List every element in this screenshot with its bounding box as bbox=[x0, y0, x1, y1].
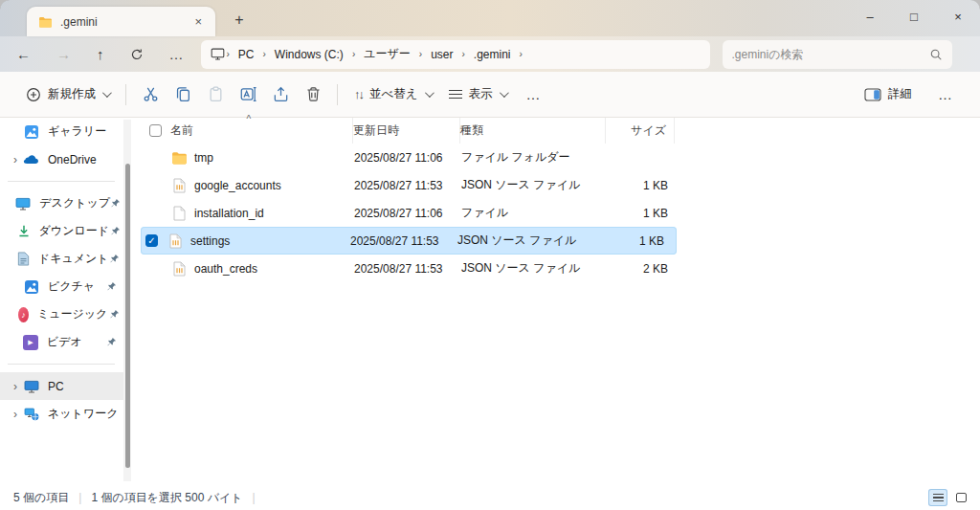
file-list: 名前 ^ 更新日時 種類 サイズ tmp 2025/08/27 11:06 ファ… bbox=[141, 118, 980, 485]
sidebar-item-onedrive[interactable]: › OneDrive bbox=[0, 145, 124, 173]
sidebar-scrollbar[interactable] bbox=[123, 120, 131, 481]
details-pane-icon bbox=[864, 88, 881, 101]
new-tab-button[interactable]: + bbox=[228, 11, 251, 29]
close-button[interactable]: × bbox=[936, 0, 980, 33]
sidebar-item-downloads[interactable]: ダウンロード bbox=[0, 217, 124, 245]
pin-icon bbox=[101, 337, 121, 347]
paste-button[interactable] bbox=[199, 81, 232, 107]
details-view-toggle[interactable] bbox=[928, 489, 947, 506]
cut-button[interactable] bbox=[134, 81, 167, 107]
view-lines-icon bbox=[449, 90, 462, 100]
sidebar-separator bbox=[8, 181, 115, 182]
status-right bbox=[928, 489, 980, 506]
sidebar-separator bbox=[8, 364, 115, 365]
minimize-button[interactable]: – bbox=[848, 0, 892, 33]
this-pc-icon[interactable] bbox=[211, 48, 225, 60]
toolbar-right-more-icon[interactable]: … bbox=[926, 86, 965, 102]
maximize-button[interactable]: □ bbox=[892, 0, 936, 33]
json-file-icon bbox=[170, 178, 188, 193]
file-name: google_accounts bbox=[194, 179, 354, 192]
toolbar-more-icon[interactable]: … bbox=[515, 86, 553, 102]
column-header-name[interactable]: 名前 ^ bbox=[141, 118, 353, 144]
back-icon[interactable]: ← bbox=[16, 47, 31, 61]
column-header-size[interactable]: サイズ bbox=[606, 118, 675, 144]
pin-icon bbox=[110, 198, 121, 209]
file-row-settings[interactable]: ✓ settings 2025/08/27 11:53 JSON ソース ファイ… bbox=[141, 227, 677, 255]
sidebar: ギャラリー › OneDrive デスクトップ bbox=[0, 118, 124, 485]
search-input[interactable] bbox=[732, 48, 929, 61]
column-header-date[interactable]: 更新日時 bbox=[353, 118, 460, 144]
nav-more-icon[interactable]: … bbox=[169, 47, 184, 61]
file-row-google-accounts[interactable]: google_accounts 2025/08/27 11:53 JSON ソー… bbox=[141, 171, 677, 199]
breadcrumb-item-pc[interactable]: PC bbox=[232, 48, 261, 61]
breadcrumb-item-windows-c[interactable]: Windows (C:) bbox=[268, 48, 350, 61]
command-bar: 新規作成 ↑↓ 並 bbox=[0, 72, 980, 118]
download-icon bbox=[17, 224, 31, 238]
breadcrumb[interactable]: › PC › Windows (C:) › ユーザー › user › .gem… bbox=[201, 40, 710, 69]
refresh-icon[interactable] bbox=[130, 48, 144, 61]
tab-title: .gemini bbox=[60, 15, 190, 29]
sidebar-item-pictures[interactable]: ピクチャ bbox=[0, 273, 124, 300]
file-row-installation-id[interactable]: installation_id 2025/08/27 11:06 ファイル 1 … bbox=[141, 199, 677, 227]
json-file-icon bbox=[167, 233, 184, 249]
document-icon bbox=[17, 252, 30, 266]
tab-gemini[interactable]: .gemini × bbox=[27, 7, 215, 36]
copy-button[interactable] bbox=[167, 81, 199, 107]
sort-button-label: 並べ替え bbox=[369, 86, 418, 102]
file-name: oauth_creds bbox=[194, 262, 354, 276]
row-checkbox-checked[interactable]: ✓ bbox=[145, 234, 158, 247]
chevron-down-icon bbox=[425, 88, 434, 98]
sort-arrows-icon: ↑↓ bbox=[354, 87, 363, 101]
desktop-icon bbox=[15, 197, 31, 211]
pin-icon bbox=[109, 226, 121, 236]
file-name: tmp bbox=[194, 151, 354, 165]
details-pane-button[interactable]: 詳細 bbox=[856, 80, 921, 108]
toolbar-divider bbox=[125, 84, 126, 105]
sidebar-item-music[interactable]: ♪ ミュージック bbox=[0, 300, 124, 328]
sidebar-item-gallery[interactable]: ギャラリー bbox=[0, 118, 124, 145]
file-row-oauth-creds[interactable]: oauth_creds 2025/08/27 11:53 JSON ソース ファ… bbox=[141, 255, 677, 282]
body: ギャラリー › OneDrive デスクトップ bbox=[0, 118, 980, 485]
delete-button[interactable] bbox=[297, 81, 329, 107]
share-button[interactable] bbox=[264, 81, 297, 107]
breadcrumb-item-user[interactable]: user bbox=[424, 48, 459, 61]
up-icon[interactable]: ↑ bbox=[97, 47, 104, 61]
rename-button[interactable] bbox=[232, 81, 264, 107]
sidebar-scrollbar-thumb[interactable] bbox=[125, 164, 130, 468]
window-controls: – □ × bbox=[848, 0, 980, 33]
sidebar-item-pc[interactable]: › PC bbox=[0, 372, 124, 400]
pin-icon bbox=[101, 281, 121, 292]
view-button[interactable]: 表示 bbox=[440, 80, 515, 108]
tab-close-icon[interactable]: × bbox=[190, 14, 206, 29]
file-date: 2025/08/27 11:06 bbox=[354, 207, 461, 220]
icons-view-toggle[interactable] bbox=[951, 489, 970, 506]
forward-icon[interactable]: → bbox=[56, 47, 71, 61]
chevron-right-icon[interactable]: › bbox=[8, 380, 23, 393]
breadcrumb-item-gemini[interactable]: .gemini bbox=[467, 48, 518, 61]
search-icon bbox=[929, 48, 943, 61]
new-button[interactable]: 新規作成 bbox=[17, 80, 118, 108]
file-type: JSON ソース ファイル bbox=[461, 177, 607, 193]
chevron-right-icon[interactable]: › bbox=[8, 153, 23, 166]
sidebar-item-documents[interactable]: ドキュメント bbox=[0, 245, 124, 273]
item-count: 5 個の項目 bbox=[13, 490, 69, 506]
command-bar-left: 新規作成 ↑↓ 並 bbox=[0, 80, 856, 108]
sort-button[interactable]: ↑↓ 並べ替え bbox=[345, 80, 440, 108]
sidebar-item-videos[interactable]: ▶ ビデオ bbox=[0, 328, 124, 356]
file-type: ファイル bbox=[461, 205, 607, 221]
file-row-tmp[interactable]: tmp 2025/08/27 11:06 ファイル フォルダー bbox=[141, 144, 677, 171]
details-view-icon bbox=[933, 494, 944, 502]
chevron-icon: › bbox=[350, 49, 357, 59]
breadcrumb-item-users[interactable]: ユーザー bbox=[357, 46, 417, 62]
status-separator: | bbox=[78, 491, 81, 504]
sidebar-item-desktop[interactable]: デスクトップ bbox=[0, 189, 124, 217]
chevron-right-icon[interactable]: › bbox=[8, 408, 23, 421]
folder-icon bbox=[38, 16, 53, 28]
file-size: 1 KB bbox=[607, 207, 676, 220]
search-box[interactable] bbox=[723, 40, 952, 69]
file-size: 1 KB bbox=[603, 234, 672, 248]
column-header-type[interactable]: 種類 bbox=[460, 118, 606, 144]
file-icon bbox=[170, 206, 188, 221]
sidebar-item-network[interactable]: › ネットワーク bbox=[0, 400, 124, 428]
select-all-checkbox[interactable] bbox=[149, 124, 162, 137]
